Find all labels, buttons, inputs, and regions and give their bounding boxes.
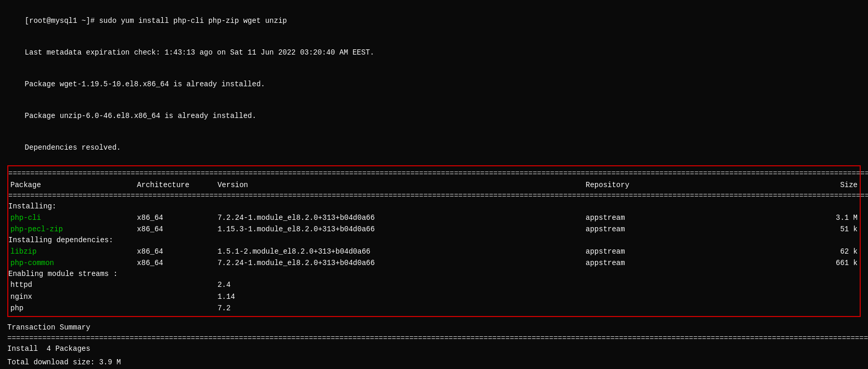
- unzip-line: Package unzip-6.0-46.el8.x86_64 is alrea…: [7, 100, 861, 132]
- pkg-arch: x86_64: [135, 212, 215, 223]
- pkg-size: 3.1 M: [813, 212, 860, 223]
- stream-name: httpd: [8, 279, 135, 291]
- deps-resolved-line: Dependencies resolved.: [7, 132, 861, 164]
- col-header-size: Size: [813, 179, 860, 191]
- wget-line: Package wget-1.19.5-10.el8.x86_64 is alr…: [7, 69, 861, 100]
- pkg-repo: appstream: [584, 212, 813, 223]
- transaction-summary-label: Transaction Summary: [7, 322, 861, 333]
- separator-top: ========================================…: [8, 168, 860, 179]
- package-table-header: Package Architecture Version Repository …: [8, 179, 860, 191]
- col-header-repo: Repository: [584, 179, 813, 191]
- table-row: php-cli x86_64 7.2.24-1.module_el8.2.0+3…: [8, 212, 860, 223]
- pkg-arch: x86_64: [135, 223, 215, 235]
- pkg-size: 51 k: [813, 223, 860, 235]
- command-line: [root@mysql1 ~]# sudo yum install php-cl…: [7, 5, 861, 37]
- total-download-line: Total download size: 3.9 M: [7, 357, 861, 367]
- pkg-version: 7.2.24-1.module_el8.2.0+313+b04d0a66: [215, 212, 584, 223]
- dep-version: 7.2.24-1.module_el8.2.0+313+b04d0a66: [215, 257, 584, 269]
- dep-repo: appstream: [584, 246, 813, 257]
- dep-size: 661 k: [813, 257, 860, 269]
- stream-version: 7.2: [215, 302, 584, 314]
- stream-version: 2.4: [215, 279, 584, 291]
- dep-name: libzip: [8, 246, 135, 257]
- package-rows: php-cli x86_64 7.2.24-1.module_el8.2.0+3…: [8, 212, 860, 235]
- installing-deps-label: Installing dependencies:: [8, 235, 860, 245]
- installing-label: Installing:: [8, 201, 860, 212]
- stream-rows: httpd 2.4 nginx 1.14 php 7.2: [8, 279, 860, 314]
- table-row: libzip x86_64 1.5.1-2.module_el8.2.0+313…: [8, 246, 860, 257]
- dep-arch: x86_64: [135, 246, 215, 257]
- separator-bottom: ========================================…: [7, 333, 861, 344]
- col-header-arch: Architecture: [135, 179, 215, 191]
- col-header-version: Version: [215, 179, 584, 191]
- metadata-line: Last metadata expiration check: 1:43:13 …: [7, 37, 861, 69]
- table-row: httpd 2.4: [8, 279, 860, 291]
- pkg-repo: appstream: [584, 223, 813, 235]
- pkg-name: php-cli: [8, 212, 135, 223]
- pkg-name: php-pecl-zip: [8, 223, 135, 235]
- dep-repo: appstream: [584, 257, 813, 269]
- table-row: php-pecl-zip x86_64 1.15.3-1.module_el8.…: [8, 223, 860, 235]
- dep-size: 62 k: [813, 246, 860, 257]
- table-row: php 7.2: [8, 302, 860, 314]
- package-table-box: ========================================…: [7, 165, 861, 317]
- dep-package-rows: libzip x86_64 1.5.1-2.module_el8.2.0+313…: [8, 246, 860, 269]
- install-count-line: Install 4 Packages: [7, 344, 861, 354]
- stream-arch: [135, 279, 215, 291]
- table-row: nginx 1.14: [8, 291, 860, 302]
- prompt-text: [root@mysql1 ~]# sudo yum install php-cl…: [25, 17, 287, 25]
- dep-version: 1.5.1-2.module_el8.2.0+313+b04d0a66: [215, 246, 584, 257]
- stream-version: 1.14: [215, 291, 584, 302]
- separator-mid: ========================================…: [8, 191, 860, 201]
- table-row: php-common x86_64 7.2.24-1.module_el8.2.…: [8, 257, 860, 269]
- pkg-version: 1.15.3-1.module_el8.2.0+313+b04d0a66: [215, 223, 584, 235]
- enabling-streams-label: Enabling module streams :: [8, 269, 860, 279]
- col-header-package: Package: [8, 179, 135, 191]
- stream-name: nginx: [8, 291, 135, 302]
- dep-arch: x86_64: [135, 257, 215, 269]
- dep-name: php-common: [8, 257, 135, 269]
- stream-name: php: [8, 302, 135, 314]
- terminal-window: [root@mysql1 ~]# sudo yum install php-cl…: [7, 5, 861, 369]
